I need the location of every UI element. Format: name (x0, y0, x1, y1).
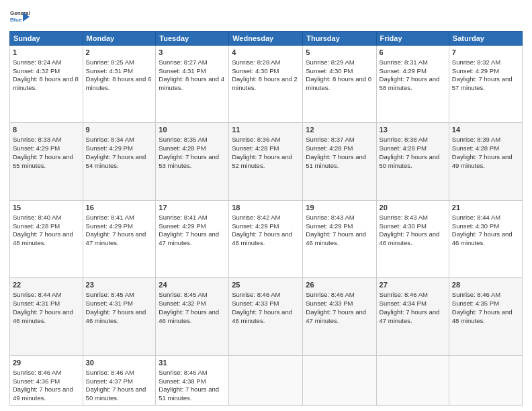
sunset: Sunset: 4:30 PM (452, 222, 499, 230)
sunset: Sunset: 4:34 PM (380, 300, 427, 307)
sunrise: Sunrise: 8:43 AM (306, 214, 354, 221)
daylight: Daylight: 7 hours and 51 minutes. (306, 153, 366, 169)
col-saturday: Saturday (449, 32, 522, 46)
sunrise: Sunrise: 8:28 AM (232, 58, 280, 66)
table-cell: 19Sunrise: 8:43 AMSunset: 4:29 PMDayligh… (303, 200, 376, 277)
daylight: Daylight: 7 hours and 46 minutes. (13, 308, 73, 324)
daylight: Daylight: 7 hours and 48 minutes. (452, 308, 513, 324)
daylight: Daylight: 7 hours and 57 minutes. (452, 75, 513, 91)
sunrise: Sunrise: 8:40 AM (13, 214, 61, 221)
sunset: Sunset: 4:37 PM (86, 377, 133, 385)
logo-container: General Blue (9, 7, 30, 27)
day-number: 24 (159, 280, 226, 290)
table-cell: 22Sunrise: 8:44 AMSunset: 4:31 PMDayligh… (10, 278, 83, 356)
sunset: Sunset: 4:31 PM (86, 300, 133, 307)
daylight: Daylight: 7 hours and 50 minutes. (380, 153, 440, 169)
day-number: 12 (306, 125, 373, 135)
table-cell: 27Sunrise: 8:46 AMSunset: 4:34 PMDayligh… (376, 278, 449, 356)
sunrise: Sunrise: 8:45 AM (86, 291, 134, 298)
sunset: Sunset: 4:28 PM (159, 144, 206, 152)
table-cell: 13Sunrise: 8:38 AMSunset: 4:28 PMDayligh… (376, 123, 449, 200)
day-number: 23 (86, 280, 153, 290)
daylight: Daylight: 7 hours and 51 minutes. (159, 385, 219, 402)
sunrise: Sunrise: 8:44 AM (452, 214, 500, 221)
day-number: 29 (13, 358, 80, 368)
sunset: Sunset: 4:33 PM (306, 300, 353, 307)
day-number: 3 (159, 48, 226, 58)
sunrise: Sunrise: 8:39 AM (452, 136, 500, 143)
daylight: Daylight: 7 hours and 48 minutes. (13, 230, 73, 246)
daylight: Daylight: 7 hours and 47 minutes. (159, 230, 219, 246)
day-number: 22 (13, 280, 80, 290)
daylight: Daylight: 7 hours and 46 minutes. (380, 230, 440, 246)
sunrise: Sunrise: 8:35 AM (159, 136, 207, 143)
table-cell: 14Sunrise: 8:39 AMSunset: 4:28 PMDayligh… (449, 123, 522, 200)
daylight: Daylight: 8 hours and 4 minutes. (159, 75, 224, 91)
header: General Blue (9, 7, 523, 27)
day-number: 31 (159, 358, 226, 368)
calendar-table: Sunday Monday Tuesday Wednesday Thursday… (9, 31, 523, 406)
day-number: 5 (306, 48, 373, 58)
sunrise: Sunrise: 8:46 AM (159, 369, 207, 376)
day-number: 18 (232, 203, 300, 213)
sunset: Sunset: 4:29 PM (232, 222, 279, 230)
day-number: 25 (232, 280, 300, 290)
daylight: Daylight: 7 hours and 52 minutes. (232, 153, 292, 169)
day-number: 21 (452, 203, 519, 213)
sunset: Sunset: 4:32 PM (159, 300, 206, 307)
table-cell (303, 355, 376, 405)
sunset: Sunset: 4:28 PM (452, 144, 499, 152)
calendar-header-row: Sunday Monday Tuesday Wednesday Thursday… (10, 32, 523, 46)
daylight: Daylight: 7 hours and 50 minutes. (86, 385, 146, 402)
daylight: Daylight: 8 hours and 2 minutes. (232, 75, 298, 91)
sunset: Sunset: 4:28 PM (380, 144, 427, 152)
sunset: Sunset: 4:29 PM (86, 144, 133, 152)
daylight: Daylight: 7 hours and 47 minutes. (86, 230, 146, 246)
daylight: Daylight: 7 hours and 46 minutes. (232, 230, 292, 246)
table-cell (449, 355, 522, 405)
table-cell: 7Sunrise: 8:32 AMSunset: 4:29 PMDaylight… (449, 46, 522, 123)
sunrise: Sunrise: 8:31 AM (380, 58, 428, 66)
sunrise: Sunrise: 8:34 AM (86, 136, 134, 143)
day-number: 6 (380, 48, 446, 58)
col-sunday: Sunday (10, 32, 83, 46)
table-cell: 29Sunrise: 8:46 AMSunset: 4:36 PMDayligh… (10, 355, 83, 405)
day-number: 16 (86, 203, 153, 213)
table-cell (376, 355, 449, 405)
day-number: 8 (13, 125, 80, 135)
daylight: Daylight: 7 hours and 46 minutes. (86, 308, 146, 324)
table-cell: 31Sunrise: 8:46 AMSunset: 4:38 PMDayligh… (156, 355, 229, 405)
col-thursday: Thursday (303, 32, 376, 46)
sunset: Sunset: 4:30 PM (232, 67, 279, 75)
sunset: Sunset: 4:28 PM (306, 144, 353, 152)
daylight: Daylight: 7 hours and 46 minutes. (306, 230, 366, 246)
day-number: 14 (452, 125, 519, 135)
day-number: 19 (306, 203, 373, 213)
sunset: Sunset: 4:28 PM (232, 144, 279, 152)
table-cell: 6Sunrise: 8:31 AMSunset: 4:29 PMDaylight… (376, 46, 449, 123)
col-friday: Friday (376, 32, 449, 46)
day-number: 30 (86, 358, 153, 368)
daylight: Daylight: 7 hours and 53 minutes. (159, 153, 219, 169)
sunrise: Sunrise: 8:46 AM (380, 291, 428, 298)
sunrise: Sunrise: 8:27 AM (159, 58, 207, 66)
sunset: Sunset: 4:29 PM (306, 222, 353, 230)
sunset: Sunset: 4:38 PM (159, 377, 206, 385)
day-number: 28 (452, 280, 519, 290)
sunrise: Sunrise: 8:25 AM (86, 58, 134, 66)
daylight: Daylight: 7 hours and 55 minutes. (13, 153, 73, 169)
day-number: 13 (380, 125, 446, 135)
table-cell: 21Sunrise: 8:44 AMSunset: 4:30 PMDayligh… (449, 200, 522, 277)
svg-text:Blue: Blue (10, 17, 22, 23)
table-cell: 4Sunrise: 8:28 AMSunset: 4:30 PMDaylight… (229, 46, 303, 123)
page: General Blue Sunday Monday Tuesday Wedne… (0, 0, 532, 411)
table-cell: 18Sunrise: 8:42 AMSunset: 4:29 PMDayligh… (229, 200, 303, 277)
table-cell: 15Sunrise: 8:40 AMSunset: 4:28 PMDayligh… (10, 200, 83, 277)
sunrise: Sunrise: 8:42 AM (232, 214, 280, 221)
sunrise: Sunrise: 8:46 AM (13, 369, 61, 376)
day-number: 27 (380, 280, 446, 290)
sunrise: Sunrise: 8:36 AM (232, 136, 280, 143)
table-cell: 12Sunrise: 8:37 AMSunset: 4:28 PMDayligh… (303, 123, 376, 200)
sunrise: Sunrise: 8:46 AM (86, 369, 134, 376)
table-cell: 3Sunrise: 8:27 AMSunset: 4:31 PMDaylight… (156, 46, 229, 123)
